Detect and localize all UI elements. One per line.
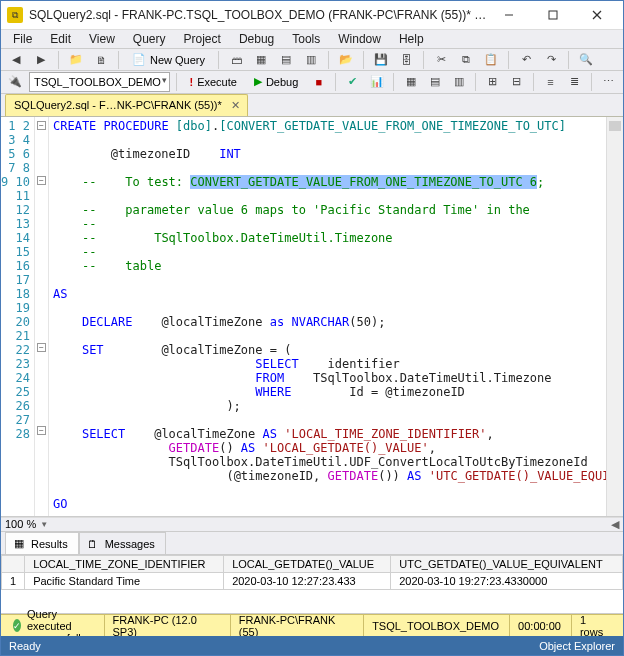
results-to-file-icon[interactable]: ▥ xyxy=(448,71,469,93)
nav-fwd-icon[interactable]: ▶ xyxy=(30,49,52,71)
debug-button[interactable]: ▶ Debug xyxy=(247,72,305,92)
copy-icon[interactable]: ⧉ xyxy=(455,49,477,71)
indent-icon[interactable]: ≡ xyxy=(540,71,561,93)
fold-icon[interactable]: − xyxy=(37,121,46,130)
standard-toolbar: ◀ ▶ 📁 🗎 📄 New Query 🗃 ▦ ▤ ▥ 📂 💾 🗄 ✂ ⧉ 📋 … xyxy=(1,49,623,71)
debug-label: Debug xyxy=(266,76,298,88)
database-dropdown-value: TSQL_TOOLBOX_DEMO xyxy=(34,76,161,88)
title-bar: ⧉ SQLQuery2.sql - FRANK-PC.TSQL_TOOLBOX_… xyxy=(1,1,623,30)
open-file-icon[interactable]: 🗎 xyxy=(90,49,112,71)
tab-results-label: Results xyxy=(31,538,68,550)
sql-editor-toolbar: 🔌 TSQL_TOOLBOX_DEMO ! Execute ▶ Debug ■ … xyxy=(1,71,623,93)
paste-icon[interactable]: 📋 xyxy=(480,49,502,71)
estimated-plan-icon[interactable]: 📊 xyxy=(366,71,387,93)
comment-icon[interactable]: ⊞ xyxy=(482,71,503,93)
editor-vertical-scrollbar[interactable] xyxy=(606,117,623,516)
redo-icon[interactable]: ↷ xyxy=(540,49,562,71)
scroll-thumb[interactable] xyxy=(609,121,621,131)
database-dropdown[interactable]: TSQL_TOOLBOX_DEMO xyxy=(29,72,170,92)
results-grid[interactable]: LOCAL_TIME_ZONE_IDENTIFIER LOCAL_GETDATE… xyxy=(1,555,623,590)
options-icon[interactable]: ▥ xyxy=(300,49,322,71)
specify-values-icon[interactable]: ⋯ xyxy=(598,71,619,93)
fold-icon[interactable]: − xyxy=(37,176,46,185)
zoom-bar: 100 % ▼ ◀ xyxy=(1,517,623,533)
scroll-left-icon[interactable]: ◀ xyxy=(611,518,619,531)
report-icon[interactable]: ▤ xyxy=(275,49,297,71)
new-query-icon: 📄 xyxy=(132,53,146,66)
close-tab-icon[interactable]: ✕ xyxy=(228,99,243,112)
app-icon: ⧉ xyxy=(7,7,23,23)
svg-rect-1 xyxy=(549,11,557,19)
execute-label: Execute xyxy=(197,76,237,88)
results-row[interactable]: 1 Pacific Standard Time 2020-03-10 12:27… xyxy=(2,573,623,590)
tab-messages[interactable]: 🗒 Messages xyxy=(79,532,166,554)
app-status-bar: Ready Object Explorer xyxy=(1,636,623,655)
column-header[interactable]: LOCAL_GETDATE()_VALUE xyxy=(224,556,391,573)
zoom-value[interactable]: 100 % xyxy=(5,518,36,530)
minimize-button[interactable] xyxy=(487,1,531,29)
query-status-bar: ✓ Query executed successfully. FRANK-PC … xyxy=(1,614,623,636)
menu-debug[interactable]: Debug xyxy=(231,30,282,48)
success-icon: ✓ xyxy=(13,619,21,632)
fold-icon[interactable]: − xyxy=(37,426,46,435)
document-tab-strip: SQLQuery2.sql - F…NK-PC\FRANK (55))* ✕ xyxy=(1,94,623,117)
menu-window[interactable]: Window xyxy=(330,30,389,48)
column-header[interactable]: UTC_GETDATE()_VALUE_EQUIVALENT xyxy=(391,556,623,573)
document-tab[interactable]: SQLQuery2.sql - F…NK-PC\FRANK (55))* ✕ xyxy=(5,94,248,116)
uncomment-icon[interactable]: ⊟ xyxy=(506,71,527,93)
document-tab-label: SQLQuery2.sql - F…NK-PC\FRANK (55))* xyxy=(14,99,222,111)
results-cell[interactable]: 2020-03-10 19:27:23.4330000 xyxy=(391,573,623,590)
save-all-icon[interactable]: 🗄 xyxy=(395,49,417,71)
row-number-cell: 1 xyxy=(2,573,25,590)
status-ready: Ready xyxy=(9,640,41,652)
window-title: SQLQuery2.sql - FRANK-PC.TSQL_TOOLBOX_DE… xyxy=(29,8,487,22)
cancel-exec-icon[interactable]: ■ xyxy=(308,71,329,93)
execute-icon: ! xyxy=(189,76,193,88)
status-login: FRANK-PC\FRANK (55) xyxy=(230,615,361,636)
tab-results[interactable]: ▦ Results xyxy=(5,532,79,554)
results-empty-area xyxy=(1,590,623,614)
new-query-button[interactable]: 📄 New Query xyxy=(125,50,212,70)
menu-bar: File Edit View Query Project Debug Tools… xyxy=(1,30,623,49)
results-header-row: LOCAL_TIME_ZONE_IDENTIFIER LOCAL_GETDATE… xyxy=(2,556,623,573)
code-editor[interactable]: 1 2 3 4 5 6 7 8 9 10 11 12 13 14 15 16 1… xyxy=(1,117,623,517)
menu-project[interactable]: Project xyxy=(176,30,229,48)
grid-icon: ▦ xyxy=(12,537,26,551)
code-content[interactable]: CREATE PROCEDURE [dbo].[CONVERT_GETDATE_… xyxy=(49,117,606,516)
nav-back-icon[interactable]: ◀ xyxy=(5,49,27,71)
object-explorer-tab[interactable]: Object Explorer xyxy=(539,640,615,652)
menu-help[interactable]: Help xyxy=(391,30,432,48)
status-server: FRANK-PC (12.0 SP3) xyxy=(104,615,228,636)
column-header[interactable]: LOCAL_TIME_ZONE_IDENTIFIER xyxy=(25,556,224,573)
close-button[interactable] xyxy=(575,1,619,29)
new-project-icon[interactable]: 📁 xyxy=(65,49,87,71)
undo-icon[interactable]: ↶ xyxy=(515,49,537,71)
maximize-button[interactable] xyxy=(531,1,575,29)
outdent-icon[interactable]: ≣ xyxy=(564,71,585,93)
cut-icon[interactable]: ✂ xyxy=(430,49,452,71)
menu-file[interactable]: File xyxy=(5,30,40,48)
results-cell[interactable]: Pacific Standard Time xyxy=(25,573,224,590)
fold-icon[interactable]: − xyxy=(37,343,46,352)
analysis-icon[interactable]: ▦ xyxy=(250,49,272,71)
line-number-gutter: 1 2 3 4 5 6 7 8 9 10 11 12 13 14 15 16 1… xyxy=(1,117,35,516)
open-icon[interactable]: 📂 xyxy=(335,49,357,71)
execute-button[interactable]: ! Execute xyxy=(182,72,243,92)
row-number-header xyxy=(2,556,25,573)
db-engine-query-icon[interactable]: 🗃 xyxy=(225,49,247,71)
menu-view[interactable]: View xyxy=(81,30,123,48)
menu-edit[interactable]: Edit xyxy=(42,30,79,48)
results-to-grid-icon[interactable]: ▤ xyxy=(424,71,445,93)
find-icon[interactable]: 🔍 xyxy=(575,49,597,71)
status-database: TSQL_TOOLBOX_DEMO xyxy=(363,615,507,636)
results-tab-strip: ▦ Results 🗒 Messages xyxy=(1,532,623,555)
menu-tools[interactable]: Tools xyxy=(284,30,328,48)
results-to-text-icon[interactable]: ▦ xyxy=(400,71,421,93)
fold-column[interactable]: − − − − xyxy=(35,117,49,516)
results-cell[interactable]: 2020-03-10 12:27:23.433 xyxy=(224,573,391,590)
menu-query[interactable]: Query xyxy=(125,30,174,48)
connect-icon[interactable]: 🔌 xyxy=(5,71,26,93)
tab-messages-label: Messages xyxy=(105,538,155,550)
parse-icon[interactable]: ✔ xyxy=(342,71,363,93)
save-icon[interactable]: 💾 xyxy=(370,49,392,71)
